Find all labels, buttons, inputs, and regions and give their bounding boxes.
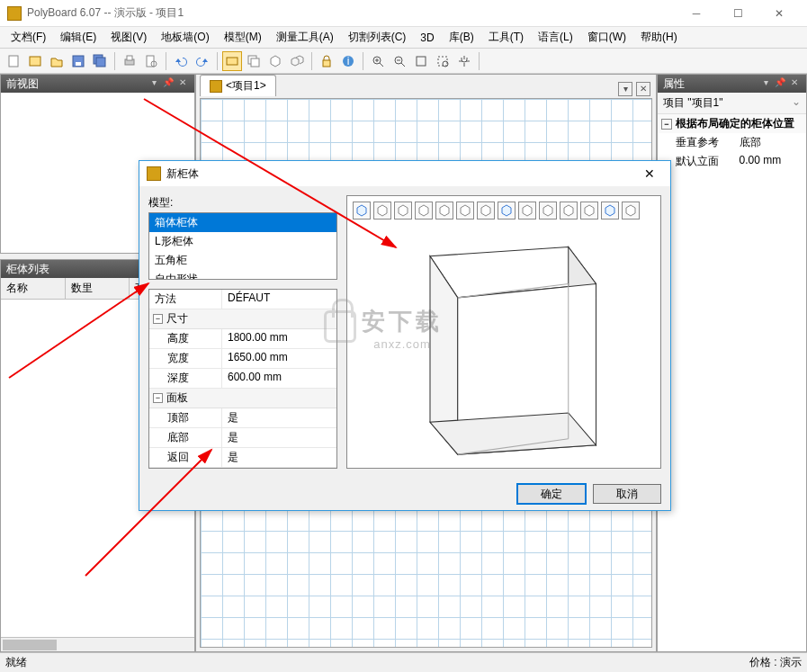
prop-group-label: 根据布局确定的柜体位置: [676, 116, 794, 131]
open-icon[interactable]: [47, 51, 67, 71]
shape-option-icon[interactable]: [435, 202, 453, 220]
boxes-icon[interactable]: [287, 51, 307, 71]
shape-option-icon[interactable]: [373, 202, 391, 220]
save-icon[interactable]: [68, 51, 88, 71]
print-preview-icon[interactable]: [141, 51, 161, 71]
shape-option-icon[interactable]: [415, 202, 433, 220]
method-row[interactable]: 方法 DÉFAUT: [149, 290, 336, 309]
shape-option-icon[interactable]: [353, 202, 371, 220]
menu-3d[interactable]: 3D: [413, 29, 441, 47]
shape-option-icon[interactable]: [456, 202, 474, 220]
panel-row[interactable]: 底部是: [149, 428, 336, 448]
menu-file[interactable]: 文档(F): [4, 27, 53, 48]
panel-dropdown-icon[interactable]: ▾: [759, 77, 772, 90]
new-icon[interactable]: [4, 51, 23, 71]
properties-title: 属性: [663, 76, 685, 92]
panel-pin-icon[interactable]: 📌: [774, 77, 786, 90]
status-right: 价格 : 演示: [749, 655, 802, 670]
shape-option-icon[interactable]: [394, 202, 412, 220]
pan-icon[interactable]: [454, 51, 474, 71]
panel-row[interactable]: 返回是: [149, 448, 336, 468]
size-row[interactable]: 高度1800.00 mm: [149, 329, 336, 349]
model-item-pentagon[interactable]: 五角柜: [149, 251, 336, 270]
titlebar: PolyBoard 6.07 -- 演示版 - 项目1 ─ ☐ ✕: [0, 0, 807, 27]
box-icon[interactable]: [265, 51, 285, 71]
shape-option-icon[interactable]: [601, 202, 619, 220]
menu-edit[interactable]: 编辑(E): [53, 27, 103, 48]
chevron-down-icon[interactable]: ⌄: [792, 95, 801, 111]
panel-dropdown-icon[interactable]: ▾: [148, 77, 160, 90]
tab-close-icon[interactable]: ✕: [636, 82, 650, 96]
shape-option-icon[interactable]: [580, 202, 598, 220]
tab-dropdown-icon[interactable]: ▾: [618, 82, 632, 96]
menu-language[interactable]: 语言(L): [531, 27, 580, 48]
shape-option-icon[interactable]: [560, 202, 578, 220]
cabinet-list-title: 柜体列表: [6, 262, 49, 277]
model-item-box[interactable]: 箱体柜体: [149, 213, 336, 232]
panel-close-icon[interactable]: ✕: [788, 77, 801, 90]
zoom-out-icon[interactable]: [390, 51, 409, 71]
shape-option-icon[interactable]: [518, 202, 536, 220]
zoom-region-icon[interactable]: [433, 51, 453, 71]
shape-option-icon[interactable]: [539, 202, 557, 220]
svg-rect-1: [30, 57, 40, 66]
new-cabinet-dialog: 新柜体 ✕ 模型: 箱体柜体 L形柜体 五角柜 自由形状 源自文档 方法 DÉF…: [139, 160, 671, 511]
svg-line-21: [401, 63, 405, 67]
panel-row[interactable]: 顶部是: [149, 408, 336, 428]
dialog-preview-pane: [346, 195, 661, 469]
ok-button[interactable]: 确定: [517, 484, 586, 504]
size-row[interactable]: 深度600.00 mm: [149, 369, 336, 389]
col-qty[interactable]: 数里: [66, 278, 130, 299]
shape-option-icon[interactable]: [498, 202, 516, 220]
print-icon[interactable]: [120, 51, 139, 71]
statusbar: 就绪 价格 : 演示: [0, 652, 807, 672]
shape-option-icon[interactable]: [622, 202, 640, 220]
zoom-fit-icon[interactable]: [411, 51, 431, 71]
collapse-toggle-icon[interactable]: −: [153, 314, 163, 324]
minimize-button[interactable]: ─: [676, 0, 717, 27]
model-list[interactable]: 箱体柜体 L形柜体 五角柜 自由形状 源自文档: [148, 212, 337, 280]
menu-tools[interactable]: 工具(T): [481, 27, 531, 48]
svg-rect-3: [76, 62, 81, 66]
panel-close-icon[interactable]: ✕: [176, 77, 189, 90]
collapse-toggle-icon[interactable]: −: [153, 393, 163, 403]
panel-pin-icon[interactable]: 📌: [162, 77, 175, 90]
document-tab[interactable]: <项目1>: [200, 75, 276, 96]
menu-view[interactable]: 视图(V): [103, 27, 154, 48]
lock-icon[interactable]: [317, 51, 336, 71]
menu-window[interactable]: 窗口(W): [580, 27, 633, 48]
view-persp-icon[interactable]: [222, 51, 242, 71]
horizontal-scrollbar[interactable]: [1, 637, 194, 651]
svg-rect-13: [323, 60, 330, 67]
size-group-label: 尺寸: [166, 311, 188, 327]
close-button[interactable]: ✕: [758, 0, 800, 27]
size-row[interactable]: 宽度1650.00 mm: [149, 349, 336, 369]
model-item-free[interactable]: 自由形状: [149, 270, 336, 280]
collapse-toggle-icon[interactable]: −: [661, 119, 672, 130]
col-name[interactable]: 名称: [1, 278, 66, 299]
menu-model[interactable]: 模型(M): [217, 27, 269, 48]
save-all-icon[interactable]: [90, 51, 110, 71]
dialog-close-icon[interactable]: ✕: [636, 166, 663, 181]
menu-floorwall[interactable]: 地板墙(O): [154, 27, 216, 48]
copy-icon[interactable]: [244, 51, 264, 71]
menu-library[interactable]: 库(B): [442, 27, 481, 48]
cancel-button[interactable]: 取消: [593, 484, 661, 504]
model-item-l[interactable]: L形柜体: [149, 232, 336, 251]
menu-help[interactable]: 帮助(H): [633, 27, 685, 48]
new-cabinet-icon[interactable]: [25, 51, 45, 71]
menu-cutlist[interactable]: 切割列表(C): [341, 27, 414, 48]
menu-measure[interactable]: 测量工具(A): [269, 27, 341, 48]
shape-option-icon[interactable]: [477, 202, 495, 220]
svg-line-17: [380, 63, 383, 67]
prop-row[interactable]: 默认立面 0.00 mm: [658, 152, 806, 171]
front-view-title: 前视图: [6, 76, 39, 92]
app-icon: [7, 6, 22, 21]
redo-icon[interactable]: [193, 51, 212, 71]
prop-row[interactable]: 垂直参考 底部: [658, 133, 806, 152]
undo-icon[interactable]: [171, 51, 191, 71]
maximize-button[interactable]: ☐: [717, 0, 758, 27]
info-icon[interactable]: i: [338, 51, 358, 71]
window-title: PolyBoard 6.07 -- 演示版 - 项目1: [27, 5, 676, 21]
zoom-in-icon[interactable]: [368, 51, 388, 71]
